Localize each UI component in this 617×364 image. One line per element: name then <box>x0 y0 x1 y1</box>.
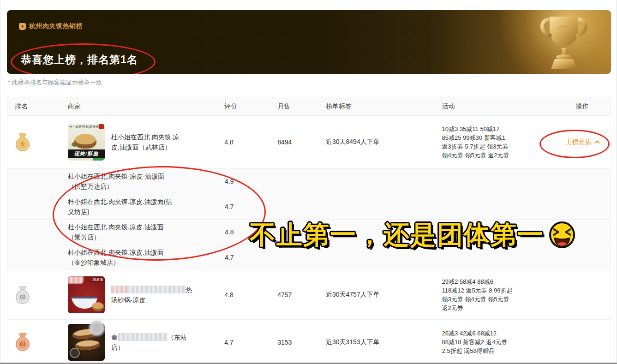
shop-image-caption: 现烤!酥脆 <box>68 149 105 158</box>
branch-row: 杜小姐在西北.肉夹馍.凉皮.油泼面(信 义坊店) 4.7 <box>7 194 611 220</box>
header-monthly-sales: 月售 <box>277 102 326 111</box>
header-rating: 评分 <box>224 102 277 111</box>
list-tag-value: 近30天3153人下单 <box>326 338 442 346</box>
header-rank: 排名 <box>15 102 68 111</box>
list-tag-value: 近30天8494人下单 <box>326 138 442 146</box>
rating-value: 4.8 <box>224 291 277 298</box>
censor-blur-circle <box>89 320 105 336</box>
header-actions: 操作 <box>554 102 611 111</box>
shop-image: 杜小姐在西北|肉夹馍 现烤!酥脆 <box>68 124 105 161</box>
activities-list: 26减3 42减6 68减12 88减18 新客减2 返4元券 2.5折起 满5… <box>442 329 554 355</box>
listed-branches-toggle[interactable]: 上榜分店 <box>566 138 599 146</box>
table-header-row: 排名 商家 评分 月售 榜单标签 活动 操作 <box>7 97 611 116</box>
shop-image: 油泼面 <box>68 276 105 313</box>
branch-name: 杜小姐在西北.肉夹馍·凉皮·油泼面 （拱墅万达店） <box>68 171 225 191</box>
ranking-title-row: ★ 杭州肉夹馍热销榜 <box>19 22 83 30</box>
list-tag-value: 近30天4757人下单 <box>326 291 442 299</box>
rating-value: 4.8 <box>224 138 277 146</box>
censor-mosaic <box>118 333 168 341</box>
monthly-sales-value: 3153 <box>277 339 326 346</box>
shop-name: 秦（东站 店） <box>111 332 220 352</box>
shop-name: 杜小姐在西北.肉夹馍.凉 皮.油泼面（武林店） <box>111 132 220 152</box>
logo-red-square <box>99 124 104 129</box>
watermark-stamp <box>70 348 80 358</box>
chevron-up-icon <box>594 140 599 145</box>
header-merchant: 商家 <box>68 102 224 111</box>
activities-list: 10减3 35减11 50减17 85减25 99减30 新客减1 返3折券 5… <box>442 125 554 160</box>
silver-medal-icon: 02 <box>15 286 30 304</box>
monthly-sales-value: 8494 <box>277 138 326 146</box>
branch-name: 杜小姐在西北.肉夹馍.凉皮.油泼面 （景芳店） <box>68 222 225 242</box>
monthly-sales-value: 4757 <box>277 291 326 298</box>
branch-rating: 4.7 <box>225 203 278 210</box>
medal-badge-icon: ★ <box>19 23 26 30</box>
overlay-caption: 不止第一，还是团体第一 <box>250 221 575 248</box>
header-list-tag: 榜单标签 <box>326 102 442 111</box>
censor-mosaic <box>111 286 127 293</box>
table-row: 03 秦（东站 店） 4.7 3153 近30天3153人下单 26减3 42减… <box>7 320 611 364</box>
rating-value: 4.7 <box>224 339 277 346</box>
shop-name: 热 汤砂锅·凉皮 <box>111 285 220 305</box>
branch-name: 杜小姐在西北.肉夹馍.凉皮.油泼面(信 义坊店) <box>68 197 225 217</box>
merchant-ranking-page: ★ 杭州肉夹馍热销榜 恭喜您上榜，排名第1名 * 此榜单排名与 <box>0 0 617 364</box>
ranking-list-title: 杭州肉夹馍热销榜 <box>29 22 83 30</box>
branch-row: 杜小姐在西北.肉夹馍·凉皮·油泼面 （拱墅万达店） 4.9 <box>7 169 611 194</box>
ranking-banner: ★ 杭州肉夹馍热销榜 恭喜您上榜，排名第1名 <box>7 10 611 74</box>
trophy-image <box>529 13 598 74</box>
bronze-medal-icon: 03 <box>15 333 30 351</box>
table-row: 02 油泼面 热 汤砂锅·凉皮 4.8 4757 近30天4757人下单 29减… <box>7 270 611 320</box>
branch-rating: 4.7 <box>225 254 278 261</box>
censor-mosaic <box>127 286 186 293</box>
branch-name: 杜小姐在西北.肉夹馍.凉皮.油泼面 （金沙印象城店） <box>68 247 225 268</box>
censor-blur <box>68 276 84 284</box>
laughing-emoji-icon <box>549 221 575 248</box>
branch-rating: 4.9 <box>225 178 278 185</box>
gold-medal-icon: 1 <box>15 133 30 151</box>
ranking-note: * 此榜单排名与顾客端显示榜单一致 <box>8 78 102 87</box>
table-row: 1 杜小姐在西北|肉夹馍 现烤!酥脆 杜小姐在西北.肉夹馍.凉 皮.油泼面（武林… <box>7 116 611 169</box>
activities-list: 29减2 58减4 88减6 118减12 返5元券 8.99折起 领3元券 领… <box>442 277 554 312</box>
congrats-text: 恭喜您上榜，排名第1名 <box>21 53 138 67</box>
header-activities: 活动 <box>442 102 554 111</box>
overlay-caption-text: 不止第一，还是团体第一 <box>250 222 544 248</box>
